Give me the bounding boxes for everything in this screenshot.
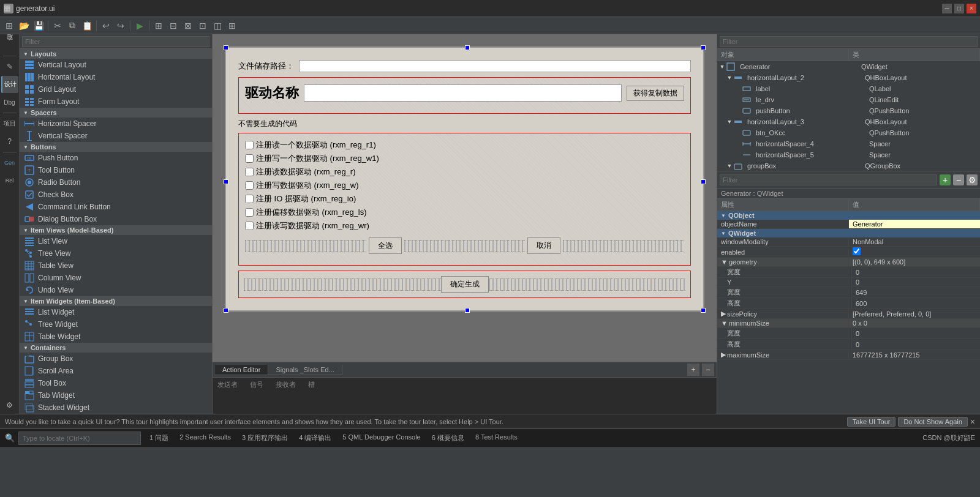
vs-debug-btn[interactable]: Dbg (1, 94, 18, 111)
prop-value-min-height[interactable]: 0 (852, 340, 980, 349)
section-spacers[interactable]: Spacers (20, 108, 212, 118)
prop-value-objectname[interactable]: Generator (849, 220, 980, 228)
prop-value-width[interactable]: 649 (852, 288, 980, 297)
action-editor-tab[interactable]: Action Editor (215, 365, 268, 375)
vs-project-btn[interactable]: 项目 (1, 115, 18, 132)
tree-row-label[interactable]: label QLabel (717, 83, 980, 94)
prop-row-min-width[interactable]: 宽度 0 (717, 328, 980, 339)
prop-value-maxsize[interactable]: 16777215 x 16777215 (849, 351, 980, 359)
widget-vertical-layout[interactable]: Vertical Layout (20, 59, 212, 71)
widget-list-widget[interactable]: List Widget (20, 306, 212, 318)
tree-row-hspacer4[interactable]: horizontalSpacer_4 Spacer (717, 138, 980, 149)
prop-value-minsize[interactable]: 0 x 0 (849, 319, 980, 327)
vs-edit-btn[interactable]: ✎ (1, 58, 18, 75)
prop-value-y[interactable]: 0 (852, 278, 980, 286)
info-tab-2[interactable]: 3 应用程序输出 (237, 433, 293, 443)
signals-slots-tab[interactable]: Signals _Slots Ed... (268, 365, 342, 375)
cb-6[interactable] (245, 222, 254, 230)
widget-tree-view[interactable]: Tree View (20, 247, 212, 260)
prop-add-btn[interactable]: + (940, 174, 951, 185)
vs-release-btn[interactable]: Rel (1, 172, 18, 189)
toolbar-layout1-btn[interactable]: ⊞ (152, 19, 165, 32)
prop-row-enabled[interactable]: enabled (717, 247, 980, 258)
widget-dialog-button[interactable]: Dialog Button Box (20, 213, 212, 225)
vs-help-btn[interactable]: ? (1, 133, 18, 150)
prop-row-objectname[interactable]: objectName Generator (717, 220, 980, 229)
toolbar-new-btn[interactable]: ⊞ (2, 19, 16, 32)
cb-3[interactable] (245, 181, 254, 190)
prop-value-geometry[interactable]: [(0, 0), 649 x 600] (849, 258, 980, 266)
widget-grid-layout[interactable]: Grid Layout (20, 83, 212, 95)
widget-check-box[interactable]: Check Box (20, 189, 212, 201)
section-buttons[interactable]: Buttons (20, 142, 212, 152)
widget-group-box[interactable]: GB Group Box (20, 353, 212, 365)
widget-h-spacer[interactable]: Horizontal Spacer (20, 118, 212, 130)
confirm-generate-btn[interactable]: 确定生成 (441, 276, 489, 293)
prop-value-sizepolicy[interactable]: [Preferred, Preferred, 0, 0] (849, 310, 980, 318)
cb-1[interactable] (245, 154, 254, 163)
cancel-btn[interactable]: 取消 (527, 237, 560, 254)
right-filter-input[interactable] (720, 36, 978, 47)
toolbar-layout3-btn[interactable]: ⊠ (181, 19, 195, 32)
widget-form-layout[interactable]: Form Layout (20, 95, 212, 108)
tree-row-groupbox[interactable]: ▼ groupBox QGroupBox (717, 160, 980, 171)
vs-generator-btn[interactable]: Gen (1, 154, 18, 171)
driver-input[interactable] (304, 84, 622, 102)
prop-value-min-width[interactable]: 0 (852, 329, 980, 338)
info-tab-3[interactable]: 4 编译输出 (294, 433, 336, 443)
toolbar-layout6-btn[interactable]: ⊞ (225, 19, 239, 32)
toolbar-save-btn[interactable]: 💾 (32, 19, 45, 32)
widget-table-view[interactable]: Table View (20, 260, 212, 272)
get-copy-btn[interactable]: 获得复制数据 (627, 86, 684, 101)
file-path-input[interactable] (299, 60, 691, 72)
toolbar-paste-btn[interactable]: 📋 (80, 19, 94, 32)
toolbar-cut-btn[interactable]: ✂ (51, 19, 64, 32)
cb-5[interactable] (245, 208, 254, 217)
maximize-btn[interactable]: □ (954, 4, 964, 13)
enabled-checkbox[interactable] (853, 247, 861, 255)
toolbar-open-btn[interactable]: 📂 (17, 19, 31, 32)
toolbar-layout2-btn[interactable]: ⊟ (167, 19, 180, 32)
info-tab-0[interactable]: 1 问题 (145, 433, 173, 443)
prop-section-qwidget[interactable]: QWidget (717, 229, 980, 237)
locate-input[interactable] (18, 432, 141, 445)
toolbar-copy-btn[interactable]: ⧉ (66, 19, 79, 32)
tree-row-hlayout3[interactable]: ▼ horizontalLayout_3 QHBoxLayout (717, 116, 980, 127)
toolbar-layout4-btn[interactable]: ⊡ (196, 19, 209, 32)
vs-welcome-btn[interactable]: 欢迎 (1, 37, 18, 54)
take-ui-tour-btn[interactable]: Take UI Tour (847, 417, 896, 427)
tree-row-hlayout2[interactable]: ▼ horizontalLayout_2 QHBoxLayout (717, 72, 980, 83)
prop-row-minsize[interactable]: ▼ minimumSize 0 x 0 (717, 319, 980, 328)
toolbar-layout5-btn[interactable]: ◫ (211, 19, 224, 32)
prop-row-width[interactable]: 宽度 649 (717, 287, 980, 298)
widget-tree-widget[interactable]: Tree Widget (20, 318, 212, 331)
prop-row-y[interactable]: Y 0 (717, 278, 980, 287)
widget-filter-input[interactable] (22, 36, 209, 47)
prop-row-sizepolicy[interactable]: ▶ sizePolicy [Preferred, Preferred, 0, 0… (717, 309, 980, 319)
toolbar-undo-btn[interactable]: ↩ (99, 19, 113, 32)
do-not-show-btn[interactable]: Do Not Show Again (898, 417, 967, 427)
widget-table-widget[interactable]: Table Widget (20, 331, 212, 343)
tree-row-hspacer5[interactable]: horizontalSpacer_5 Spacer (717, 149, 980, 160)
info-tab-5[interactable]: 6 概要信息 (427, 433, 469, 443)
section-containers[interactable]: Containers (20, 343, 212, 353)
widget-tab-widget[interactable]: Tab Widget (20, 389, 212, 402)
vs-bottom-btn[interactable]: ⚙ (1, 397, 18, 414)
prop-row-maxsize[interactable]: ▶ maximumSize 16777215 x 16777215 (717, 350, 980, 360)
info-tab-4[interactable]: 5 QML Debugger Console (337, 433, 425, 443)
prop-filter-input[interactable] (720, 174, 937, 185)
widget-horizontal-layout[interactable]: Horizontal Layout (20, 71, 212, 83)
prop-row-geometry[interactable]: ▼ geometry [(0, 0), 649 x 600] (717, 258, 980, 267)
widget-scroll-area[interactable]: Scroll Area (20, 365, 212, 377)
prop-row-height[interactable]: 高度 600 (717, 298, 980, 309)
select-all-btn[interactable]: 全选 (369, 237, 402, 254)
canvas-container[interactable]: 文件储存路径： 驱动名称 获得复制数据 不需要生成的代码 注册读一 (213, 34, 717, 362)
bottom-remove-btn[interactable]: − (702, 364, 714, 376)
prop-value-height[interactable]: 600 (852, 299, 980, 308)
tree-row-pushbutton[interactable]: pushButton QPushButton (717, 105, 980, 116)
toolbar-run-btn[interactable]: ▶ (133, 19, 146, 32)
vs-design-btn[interactable]: 设计 (1, 76, 18, 93)
cb-0[interactable] (245, 141, 254, 149)
tree-row-btn-okcc[interactable]: btn_OKcc QPushButton (717, 127, 980, 138)
section-layouts[interactable]: Layouts (20, 49, 212, 59)
